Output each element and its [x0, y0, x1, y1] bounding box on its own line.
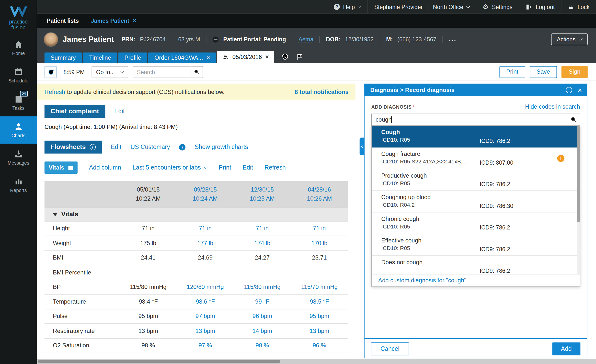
avatar[interactable]: [44, 32, 58, 46]
sidebar-item-messages[interactable]: Messages: [0, 144, 37, 171]
settings-button[interactable]: ⚙ Settings: [476, 0, 519, 14]
cds-refresh-link[interactable]: Refresh: [45, 89, 65, 95]
goto-dropdown[interactable]: Go to...: [92, 66, 128, 78]
flowsheet-value[interactable]: 177 lb: [177, 236, 234, 250]
chart-tab-timeline[interactable]: Timeline: [83, 52, 117, 63]
logout-button[interactable]: Log out: [519, 0, 561, 14]
flowsheet-value[interactable]: 97 %: [177, 338, 234, 353]
flowsheet-value: 95 bpm: [120, 309, 177, 324]
flowsheet-value[interactable]: 71 in: [177, 221, 234, 236]
sidebar-item-home[interactable]: Home: [0, 34, 37, 62]
flowsheet-value[interactable]: 99 °F: [234, 294, 291, 309]
scrollbar-thumb[interactable]: [577, 126, 580, 222]
sidebar-item-charts[interactable]: Charts: [0, 116, 37, 144]
flowsheet-value[interactable]: 71 in: [234, 221, 291, 236]
flowsheet-value[interactable]: 170 lb: [291, 236, 348, 250]
cds-total-link[interactable]: 8 total notifications: [295, 89, 349, 95]
vitals-button[interactable]: Vitals: [45, 161, 78, 174]
vitals-group-header[interactable]: Vitals: [45, 207, 348, 221]
close-icon[interactable]: ×: [206, 52, 210, 63]
flowsheet-value[interactable]: 98.5 °F: [291, 294, 348, 309]
dropdown-scrollbar[interactable]: [577, 126, 580, 274]
flowsheet-column-header[interactable]: 04/28/1610:26 AM: [291, 181, 348, 207]
help-menu[interactable]: ? Help: [327, 0, 367, 14]
encounter-range-dropdown[interactable]: Last 5 encounters or labs: [133, 164, 207, 171]
flowsheet-value[interactable]: 13 bpm: [177, 324, 234, 338]
diagnosis-result[interactable]: Cough ICD10: R05 ICD9: 786.2: [372, 126, 580, 148]
chart-tab-summary[interactable]: Summary: [45, 52, 82, 63]
flowsheet-value[interactable]: 98 %: [234, 338, 291, 353]
sign-button[interactable]: Sign: [562, 66, 588, 78]
flowsheet-column-header[interactable]: 12/30/1510:25 AM: [234, 181, 291, 207]
chart-tab-profile[interactable]: Profile: [118, 52, 147, 63]
refresh-button[interactable]: [45, 66, 57, 78]
lock-button[interactable]: Lock: [561, 0, 596, 14]
chart-pane: Refresh to update clinical decision supp…: [37, 81, 359, 359]
diagnosis-search-input[interactable]: [371, 114, 580, 126]
flowsheet-value[interactable]: 13 bpm: [291, 324, 348, 338]
horizontal-scrollbar[interactable]: [37, 359, 596, 364]
more-menu[interactable]: ...: [449, 35, 457, 43]
tab-james-patient[interactable]: James Patient ×: [86, 17, 141, 24]
search-input[interactable]: [133, 66, 190, 78]
history-icon[interactable]: [281, 53, 289, 61]
flowsheet-value[interactable]: 95 bpm: [291, 309, 348, 324]
flowsheet-value[interactable]: 71 in: [291, 221, 348, 236]
tab-patient-lists[interactable]: Patient lists: [42, 17, 83, 24]
add-button[interactable]: Add: [552, 342, 581, 355]
flag-icon[interactable]: [296, 53, 304, 61]
units-link[interactable]: US Customary: [130, 144, 170, 150]
actions-button[interactable]: Actions: [551, 34, 587, 45]
close-icon[interactable]: ×: [133, 17, 136, 24]
info-icon[interactable]: i: [90, 144, 96, 150]
sidebar-item-schedule[interactable]: Schedule: [0, 62, 37, 89]
panel-collapse-handle[interactable]: [360, 137, 365, 155]
flowsheet-value[interactable]: 98.6 °F: [177, 294, 234, 309]
flowsheet-value[interactable]: 115/70 mmHg: [291, 280, 348, 294]
growth-charts-link[interactable]: Show growth charts: [195, 144, 248, 150]
search-icon[interactable]: [570, 116, 576, 123]
table-edit-link[interactable]: Edit: [242, 164, 253, 171]
chart-tab-order-1604gwa[interactable]: Order 1604GWA... ×: [148, 52, 216, 63]
sidebar-item-reports[interactable]: Reports: [0, 171, 37, 198]
sidebar-item-tasks[interactable]: 29 Tasks: [0, 89, 37, 116]
diagnosis-result[interactable]: Productive cough ICD10: R05 ICD9: 786.2: [372, 169, 580, 191]
search-button[interactable]: [190, 66, 203, 78]
chief-complaint-edit-link[interactable]: Edit: [114, 108, 125, 115]
logo-link[interactable]: practice fusion: [0, 0, 37, 34]
flowsheet-value[interactable]: 96 %: [291, 338, 348, 353]
empty-header-cell: [45, 181, 120, 207]
insurance-link[interactable]: Aetna: [298, 36, 313, 43]
info-icon[interactable]: i: [566, 87, 572, 93]
flowsheet-value[interactable]: 120/80 mmHg: [177, 280, 234, 294]
save-button[interactable]: Save: [530, 66, 557, 78]
logout-icon: [526, 4, 532, 10]
flowsheet-value[interactable]: 174 lb: [234, 236, 291, 250]
chevron-down-icon: [466, 4, 470, 8]
add-column-link[interactable]: Add column: [89, 164, 121, 171]
flowsheet-value[interactable]: 97 bpm: [177, 309, 234, 324]
diagnosis-result[interactable]: Chronic cough ICD10: R05 ICD9: 786.2: [372, 212, 580, 234]
diagnosis-result[interactable]: Cough fracture ICD10: R05,S22.41xA,S22.4…: [372, 148, 580, 169]
add-custom-diagnosis-link[interactable]: Add custom diagnosis for "cough": [372, 274, 580, 286]
table-refresh-link[interactable]: Refresh: [264, 164, 286, 171]
info-icon[interactable]: i: [179, 144, 185, 150]
flowsheet-column-header[interactable]: 09/28/1510:24 AM: [177, 181, 234, 207]
flowsheet-value[interactable]: 96 bpm: [234, 309, 291, 324]
diagnosis-result[interactable]: Does not cough ICD9: 786.2: [372, 256, 580, 274]
flowsheet-value[interactable]: 115/80 mmHg: [234, 280, 291, 294]
cancel-button[interactable]: Cancel: [371, 342, 409, 355]
close-icon[interactable]: ×: [265, 52, 269, 62]
flowsheets-edit-link[interactable]: Edit: [111, 144, 121, 150]
print-button[interactable]: Print: [499, 66, 525, 78]
flowsheet-value[interactable]: 14 bpm: [234, 324, 291, 338]
scrollbar-thumb[interactable]: [38, 360, 280, 363]
table-print-link[interactable]: Print: [219, 164, 231, 171]
diagnosis-result[interactable]: Effective cough ICD10: R05 ICD9: 786.2: [372, 234, 580, 256]
close-icon[interactable]: ×: [578, 86, 582, 94]
hide-codes-link[interactable]: Hide codes in search: [525, 103, 580, 110]
prn-label: PRN:: [121, 36, 135, 43]
diagnosis-result[interactable]: Coughing up blood ICD10: R04.2 ICD9: 786…: [372, 191, 580, 213]
user-office-menu[interactable]: Stephanie Provider North Office: [367, 0, 476, 14]
chart-tab-05-03-2016[interactable]: 05/03/2016 ×: [217, 51, 274, 63]
